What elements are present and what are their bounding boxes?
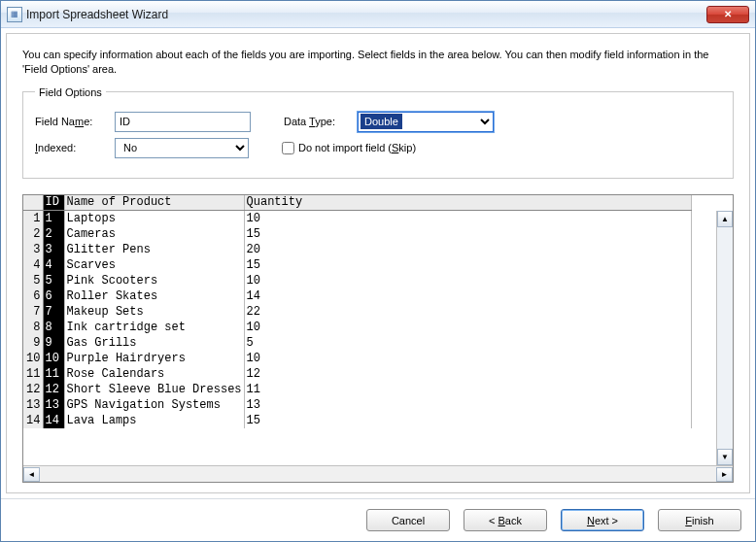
cell-id[interactable]: 4 [43,257,64,273]
data-type-select[interactable]: Double [358,112,494,132]
row-number: 12 [23,382,43,397]
skip-label: Do not import field (Skip) [298,142,416,153]
cell-qty[interactable]: 13 [244,397,691,413]
cell-qty[interactable]: 15 [244,226,691,242]
col-header-name[interactable]: Name of Product [64,195,244,211]
scroll-right-icon[interactable]: ► [716,467,733,482]
scroll-down-icon[interactable]: ▼ [717,449,733,465]
cell-name[interactable]: Glitter Pens [64,242,244,257]
cell-id[interactable]: 9 [43,335,64,351]
cell-id[interactable]: 14 [43,413,64,428]
scroll-up-icon[interactable]: ▲ [717,211,733,227]
cell-qty[interactable]: 15 [244,413,691,428]
cell-name[interactable]: Ink cartridge set [64,320,244,335]
cell-name[interactable]: Purple Hairdryers [64,351,244,366]
row-number: 5 [23,273,43,288]
cell-qty[interactable]: 10 [244,351,691,366]
cell-id[interactable]: 13 [43,397,64,413]
cell-name[interactable]: Lava Lamps [64,413,244,428]
row-number: 13 [23,397,43,413]
row-number: 4 [23,257,43,273]
cell-id[interactable]: 6 [43,288,64,304]
field-options-legend: Field Options [35,86,106,98]
table-row[interactable]: 88Ink cartridge set10 [23,320,691,335]
button-bar: Cancel < Back Next > Finish [1,498,755,541]
cell-name[interactable]: Makeup Sets [64,304,244,320]
cell-qty[interactable]: 10 [244,211,691,226]
field-name-input[interactable] [115,112,251,132]
close-button[interactable]: ✕ [706,6,749,23]
horizontal-scrollbar[interactable]: ◄ ► [23,465,733,482]
cell-qty[interactable]: 10 [244,273,691,288]
cell-qty[interactable]: 5 [244,335,691,351]
cell-qty[interactable]: 12 [244,366,691,382]
finish-button[interactable]: Finish [658,509,741,531]
row-number: 10 [23,351,43,366]
table-row[interactable]: 99Gas Grills5 [23,335,691,351]
cell-name[interactable]: Rose Calendars [64,366,244,382]
cell-name[interactable]: Scarves [64,257,244,273]
grid-corner [23,195,43,211]
wizard-body: You can specify information about each o… [6,33,750,493]
cell-qty[interactable]: 22 [244,304,691,320]
wizard-window: ▦ Import Spreadsheet Wizard ✕ You can sp… [0,0,756,542]
col-header-qty[interactable]: Quantity [244,195,691,211]
cell-name[interactable]: Cameras [64,226,244,242]
row-number: 6 [23,288,43,304]
cell-name[interactable]: Short Sleeve Blue Dresses [64,382,244,397]
back-button[interactable]: < Back [464,509,547,531]
data-type-label: Data Type: [284,116,348,127]
cell-id[interactable]: 7 [43,304,64,320]
row-number: 3 [23,242,43,257]
cell-name[interactable]: Laptops [64,211,244,226]
table-row[interactable]: 77Makeup Sets22 [23,304,691,320]
col-header-id[interactable]: ID [43,195,64,211]
cell-qty[interactable]: 10 [244,320,691,335]
vertical-scrollbar[interactable]: ▲ ▼ [716,211,733,465]
cell-qty[interactable]: 11 [244,382,691,397]
wizard-icon: ▦ [7,7,22,22]
row-number: 2 [23,226,43,242]
cell-qty[interactable]: 15 [244,257,691,273]
table-row[interactable]: 66Roller Skates14 [23,288,691,304]
next-button[interactable]: Next > [561,509,644,531]
cell-name[interactable]: Pink Scooters [64,273,244,288]
cell-id[interactable]: 2 [43,226,64,242]
indexed-label: Indexed: [35,142,105,153]
table-row[interactable]: 11Laptops10 [23,211,691,226]
cell-id[interactable]: 11 [43,366,64,382]
cell-name[interactable]: Roller Skates [64,288,244,304]
table-row[interactable]: 55Pink Scooters10 [23,273,691,288]
data-grid: ID Name of Product Quantity 11Laptops102… [22,194,734,483]
cell-id[interactable]: 12 [43,382,64,397]
table-row[interactable]: 33Glitter Pens20 [23,242,691,257]
cell-qty[interactable]: 14 [244,288,691,304]
field-name-label: Field Name: [35,116,105,127]
table-row[interactable]: 1010Purple Hairdryers10 [23,351,691,366]
scroll-left-icon[interactable]: ◄ [23,467,40,482]
skip-checkbox[interactable] [282,142,294,154]
table-row[interactable]: 44Scarves15 [23,257,691,273]
row-number: 14 [23,413,43,428]
window-title: Import Spreadsheet Wizard [26,8,706,21]
cancel-button[interactable]: Cancel [366,509,450,531]
cell-id[interactable]: 10 [43,351,64,366]
cell-id[interactable]: 1 [43,211,64,226]
table-row[interactable]: 1414Lava Lamps15 [23,413,691,428]
cell-id[interactable]: 8 [43,320,64,335]
table-row[interactable]: 1313GPS Navigation Systems13 [23,397,691,413]
table-row[interactable]: 22Cameras15 [23,226,691,242]
titlebar: ▦ Import Spreadsheet Wizard ✕ [1,1,755,28]
cell-name[interactable]: GPS Navigation Systems [64,397,244,413]
vscroll-track[interactable] [717,227,733,449]
cell-name[interactable]: Gas Grills [64,335,244,351]
row-number: 11 [23,366,43,382]
grid-header-row: ID Name of Product Quantity [23,195,691,211]
table-row[interactable]: 1111Rose Calendars12 [23,366,691,382]
cell-id[interactable]: 5 [43,273,64,288]
indexed-select[interactable]: No [115,138,249,158]
table-row[interactable]: 1212Short Sleeve Blue Dresses11 [23,382,691,397]
cell-id[interactable]: 3 [43,242,64,257]
cell-qty[interactable]: 20 [244,242,691,257]
row-number: 7 [23,304,43,320]
